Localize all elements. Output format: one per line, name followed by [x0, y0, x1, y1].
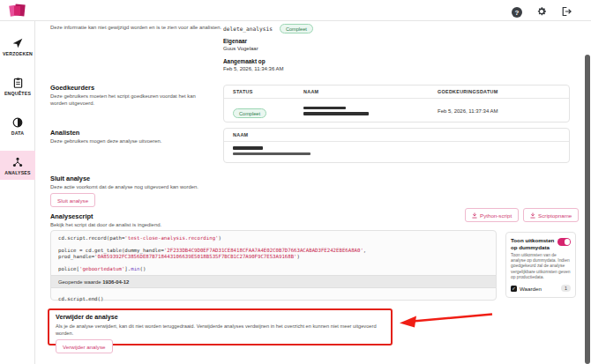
table-row — [224, 142, 569, 155]
settings-icon[interactable] — [536, 4, 547, 20]
script-output-row: Geopende waarde 1936-04-12 — [51, 275, 496, 288]
checkbox-checked-icon[interactable]: ✓ — [511, 286, 517, 292]
dummy-panel-description: Toon uitkomsten van de analyse op dummyd… — [511, 253, 571, 280]
close-title: Sluit analyse — [50, 175, 90, 182]
script-description: Bekijk het script dat door de analist is… — [50, 221, 315, 228]
code-block: cd.script.record(path='test-close-analys… — [50, 230, 497, 301]
status-badge: Compleet — [280, 24, 313, 33]
sidebar-item-label: ENQUÊTES — [4, 91, 31, 96]
created-label: Aangemaakt op — [223, 58, 266, 64]
owner-value: Guus Vogelaar — [223, 46, 258, 51]
output-label: Geopende waarde — [58, 279, 101, 285]
data-icon — [12, 116, 23, 128]
annotation-arrow — [395, 308, 494, 331]
help-icon[interactable]: ? — [512, 7, 522, 18]
waarden-label: Waarden — [520, 286, 558, 292]
dummy-data-panel: Toon uitkomsten op dummydata Toon uitkom… — [505, 232, 576, 298]
sidebar-item-label: VERZOEKEN — [3, 51, 33, 56]
created-value: Feb 5, 2026, 11:34:36 AM — [223, 66, 284, 71]
approver-status-badge: Compleet — [233, 108, 266, 118]
table-row: Compleet Feb 5, 2026, 11:37:34 AM — [224, 99, 569, 123]
redacted-name — [303, 107, 438, 115]
download-icon — [530, 212, 535, 219]
analysts-description: Deze gebruikers mogen deze analyse uitvo… — [50, 137, 213, 145]
delete-title: Verwijder de analyse — [56, 313, 385, 321]
sidebar-item-label: ANALYSES — [4, 170, 30, 175]
analysis-name: delete_analysis — [223, 26, 273, 32]
col-status: STATUS — [224, 89, 303, 94]
logout-icon[interactable] — [561, 4, 572, 20]
approvers-title: Goedkeurders — [50, 84, 94, 92]
script-title: Analysescript — [50, 212, 93, 220]
sidebar-item-analyses[interactable]: ANALYSES — [0, 151, 35, 180]
sidebar-item-enquetes[interactable]: ENQUÊTES — [0, 71, 35, 100]
sidebar-item-data[interactable]: DATA — [0, 111, 35, 140]
survey-icon — [13, 77, 23, 88]
col-goedkeuringsdatum: GOEDKEURINGSDATUM — [438, 89, 498, 94]
download-icon — [472, 212, 477, 219]
delete-section-highlight: Verwijder de analyse Als je de analyse v… — [48, 308, 393, 345]
analysts-table: NAAM — [223, 128, 570, 163]
sidebar-item-verzoeken[interactable]: VERZOEKEN — [0, 32, 35, 61]
col-naam: NAAM — [224, 132, 248, 137]
output-value: 1936-04-12 — [102, 279, 129, 285]
analyses-icon — [12, 156, 23, 167]
approvers-table: STATUS NAAM GOEDKEURINGSDATUM Compleet F… — [223, 85, 570, 123]
info-note: Deze informatie kan niet gewijzigd worde… — [50, 24, 222, 31]
app-logo[interactable] — [9, 4, 28, 21]
send-icon — [12, 37, 23, 48]
sidebar: VERZOEKEN ENQUÊTES DATA ANALYSES — [0, 21, 35, 364]
code-lines-top: cd.script.record(path='test-close-analys… — [51, 231, 496, 272]
dummy-data-toggle[interactable] — [557, 238, 571, 246]
delete-description: Als je de analyse verwijdert, kan dit ni… — [56, 323, 385, 337]
approvers-description: Deze gebruikers moeten het script goedke… — [50, 93, 213, 107]
owner-label: Eigenaar — [223, 38, 247, 44]
delete-analysis-button[interactable]: Verwijder analyse — [56, 339, 113, 353]
waarden-row[interactable]: ✓ Waarden 1 — [511, 285, 571, 292]
waarden-count-badge: 1 — [561, 285, 571, 292]
approval-date: Feb 5, 2026, 11:37:34 AM — [438, 108, 498, 114]
analysts-title: Analisten — [50, 129, 79, 137]
top-bar: ? — [0, 0, 591, 21]
scrollbar-thumb[interactable] — [585, 55, 590, 364]
col-naam: NAAM — [303, 89, 438, 94]
code-lines-bottom: cd.script.end() — [51, 288, 496, 302]
close-analysis-button[interactable]: Sluit analyse — [50, 193, 95, 207]
close-description: Deze actie voorkomt dat de analyse nog u… — [50, 183, 315, 190]
download-script-recording-button[interactable]: Scriptopname — [523, 208, 579, 222]
dummy-panel-title: Toon uitkomsten op dummydata — [511, 237, 555, 250]
sidebar-item-label: DATA — [11, 130, 24, 136]
download-python-script-button[interactable]: Python-script — [465, 208, 519, 222]
